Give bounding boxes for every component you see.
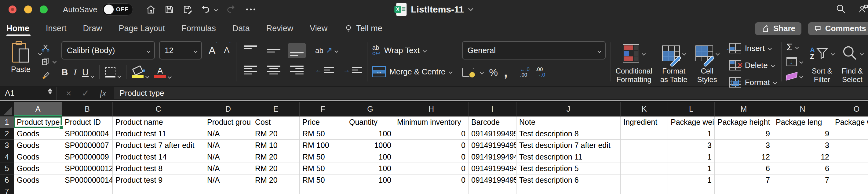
increase-indent-button[interactable]: → xyxy=(343,66,362,74)
undo-chevron-icon[interactable] xyxy=(214,8,218,11)
cell-C1[interactable]: Product name xyxy=(113,117,204,128)
delete-chevron-icon[interactable] xyxy=(771,63,775,67)
cell-O1[interactable]: Package widt xyxy=(832,117,868,128)
tab-page-layout[interactable]: Page Layout xyxy=(119,19,165,38)
cell-C5[interactable]: Product test 8 xyxy=(113,163,204,174)
wrap-text-button[interactable]: abc↩ Wrap Text xyxy=(372,42,452,58)
cell-A3[interactable]: Goods xyxy=(14,140,62,151)
column-header-H[interactable]: H xyxy=(394,102,468,117)
italic-button[interactable]: I xyxy=(73,67,77,77)
cell-A1[interactable]: Product type xyxy=(14,117,62,128)
cell-E3[interactable]: RM 10 xyxy=(252,140,300,151)
cell-B1[interactable]: Product ID xyxy=(62,117,113,128)
cell-I6[interactable]: 09149199495 xyxy=(468,174,517,186)
share-people-icon[interactable] xyxy=(858,4,868,15)
cell-C6[interactable]: Product test 9 xyxy=(113,174,204,186)
cell-G1[interactable]: Quantity xyxy=(346,117,394,128)
cell-J6[interactable]: Test description 6 xyxy=(517,174,621,186)
font-name-select[interactable]: Calibri (Body) xyxy=(61,41,155,60)
cell-G3[interactable]: 1000 xyxy=(346,140,394,151)
decrease-indent-button[interactable]: ← xyxy=(315,66,334,74)
row-header-6[interactable]: 6 xyxy=(0,174,14,186)
borders-button[interactable] xyxy=(105,67,121,77)
insert-function-icon[interactable]: fx xyxy=(100,88,106,98)
cell-D3[interactable]: N/A xyxy=(204,140,252,151)
cell-F5[interactable]: RM 50 xyxy=(300,163,346,174)
sort-filter-button[interactable]: AZ Sort &Filter xyxy=(810,42,834,84)
row-header-4[interactable]: 4 xyxy=(0,151,14,163)
wrap-text-chevron-icon[interactable] xyxy=(423,48,427,53)
cell-A4[interactable]: Goods xyxy=(14,151,62,163)
conditional-formatting-button[interactable]: ConditionalFormatting xyxy=(616,42,652,84)
cell-L4[interactable]: 1 xyxy=(668,151,715,163)
row-header-2[interactable]: 2 xyxy=(0,128,14,140)
row-header-7[interactable]: 7 xyxy=(0,186,14,194)
cell-O4[interactable]: 12 xyxy=(832,151,868,163)
tab-data[interactable]: Data xyxy=(232,19,250,38)
number-format-select[interactable]: General xyxy=(462,41,606,60)
fill-color-button[interactable] xyxy=(132,67,149,78)
close-window-button[interactable] xyxy=(8,5,17,13)
cell-B5[interactable]: SP000000012 xyxy=(62,163,113,174)
orientation-button[interactable]: ab↗ xyxy=(315,46,338,56)
cell-H3[interactable]: 0 xyxy=(394,140,468,151)
cell-D2[interactable]: N/A xyxy=(204,128,252,140)
column-header-N[interactable]: N xyxy=(773,102,832,117)
title-chevron-icon[interactable] xyxy=(468,6,473,11)
search-icon[interactable] xyxy=(836,4,846,15)
cell-D4[interactable]: N/A xyxy=(204,151,252,163)
cell-I3[interactable]: 09149199495 xyxy=(468,140,517,151)
cell-H4[interactable]: 0 xyxy=(394,151,468,163)
merge-centre-button[interactable]: ↔ Merge & Centre xyxy=(372,64,452,79)
copy-button[interactable] xyxy=(41,56,56,67)
align-middle-button[interactable] xyxy=(265,43,283,58)
cell-F6[interactable]: RM 50 xyxy=(300,174,346,186)
insert-chevron-icon[interactable] xyxy=(768,46,772,50)
cell-L2[interactable]: 1 xyxy=(668,128,715,140)
cell-N2[interactable]: 9 xyxy=(773,128,832,140)
cell-styles-button[interactable]: CellStyles xyxy=(695,42,719,84)
column-header-K[interactable]: K xyxy=(621,102,668,117)
column-header-O[interactable]: O xyxy=(832,102,868,117)
cell-J4[interactable]: Test description 11 xyxy=(517,151,621,163)
align-center-button[interactable] xyxy=(265,63,283,77)
cell-D5[interactable]: N/A xyxy=(204,163,252,174)
align-bottom-button[interactable] xyxy=(288,43,306,58)
cell-B6[interactable]: SP000000014 xyxy=(62,174,113,186)
cell-K7[interactable] xyxy=(621,186,668,194)
column-header-D[interactable]: D xyxy=(204,102,252,117)
font-size-select[interactable]: 12 xyxy=(159,41,202,60)
minimize-window-button[interactable] xyxy=(24,5,32,13)
cell-B7[interactable] xyxy=(62,186,113,194)
align-top-button[interactable] xyxy=(241,43,259,58)
save-as-icon[interactable] xyxy=(182,4,193,14)
font-color-chevron-icon[interactable] xyxy=(168,75,172,79)
cell-M2[interactable]: 9 xyxy=(715,128,773,140)
format-as-table-button[interactable]: Formatas Table xyxy=(660,42,687,84)
cell-O3[interactable]: 3 xyxy=(832,140,868,151)
decrease-font-size-button[interactable]: Aˇ xyxy=(224,45,231,55)
cell-E5[interactable]: RM 20 xyxy=(252,163,300,174)
cell-K3[interactable] xyxy=(621,140,668,151)
tab-draw[interactable]: Draw xyxy=(83,19,102,38)
name-box[interactable]: A1 xyxy=(0,87,57,100)
cancel-entry-icon[interactable]: × xyxy=(66,88,71,99)
orientation-chevron-icon[interactable] xyxy=(335,49,338,53)
cell-F3[interactable]: RM 100 xyxy=(300,140,346,151)
underline-button[interactable]: U xyxy=(82,67,89,77)
cell-N5[interactable]: 6 xyxy=(773,163,832,174)
increase-font-size-button[interactable]: Aˆ xyxy=(209,44,217,57)
column-header-A[interactable]: A xyxy=(14,102,62,117)
column-header-E[interactable]: E xyxy=(252,102,300,117)
cell-G7[interactable] xyxy=(346,186,394,194)
format-cells-button[interactable]: Format xyxy=(729,76,776,89)
autosum-button[interactable]: Σ xyxy=(786,41,803,53)
cell-E4[interactable]: RM 20 xyxy=(252,151,300,163)
clear-button[interactable] xyxy=(786,70,803,82)
align-right-button[interactable] xyxy=(288,63,306,77)
row-header-3[interactable]: 3 xyxy=(0,140,14,151)
cell-F2[interactable]: RM 50 xyxy=(300,128,346,140)
cell-J5[interactable]: Test description 5 xyxy=(517,163,621,174)
cell-O6[interactable]: 7 xyxy=(832,174,868,186)
cell-N6[interactable]: 7 xyxy=(773,174,832,186)
